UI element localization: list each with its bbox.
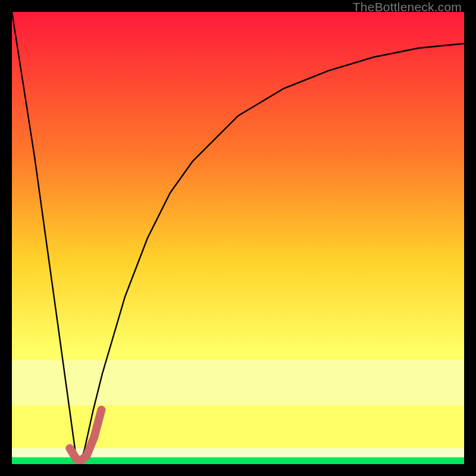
chart-svg — [12, 12, 464, 464]
band-pale — [12, 360, 464, 405]
bottleneck-chart — [12, 12, 464, 464]
watermark-text: TheBottleneck.com — [353, 0, 462, 14]
